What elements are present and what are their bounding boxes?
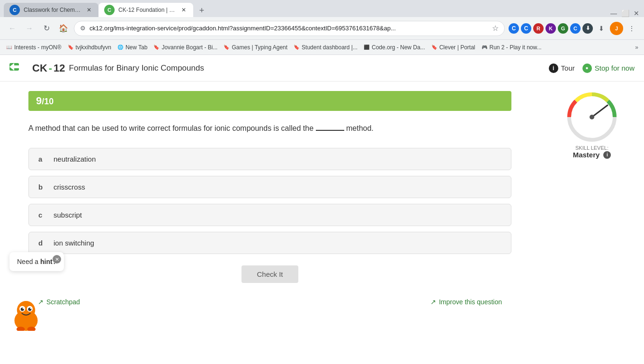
ext-chromevox-icon[interactable]: C (509, 23, 519, 34)
bookmark-student-icon: 🔖 (293, 44, 300, 51)
tab-title-ck12: CK-12 Foundation | Integration (118, 7, 176, 13)
bookmark-myon[interactable]: 📖 Interests - myON® (6, 44, 62, 51)
header-right: i Tour ■ Stop for now (549, 64, 635, 73)
toolbar-icons: C C R K G C ⬇ ⬇ J ⋮ (509, 22, 638, 35)
download-icon[interactable]: ⬇ (595, 22, 608, 35)
answer-text-c: subscript (54, 211, 82, 219)
skill-level-value: Mastery i (573, 151, 611, 159)
bookmark-typing-icon: 🔖 (223, 44, 230, 51)
skill-gauge: SKILL LEVEL: Mastery i (566, 91, 618, 159)
svg-point-13 (30, 308, 31, 309)
bookmark-clever[interactable]: 🔖 Clever | Portal (431, 44, 475, 51)
back-navigation-icon[interactable] (9, 61, 25, 75)
url-text: ck12.org/lms-integration-service/prod/gc… (89, 25, 488, 32)
ext-c2-icon[interactable]: C (521, 23, 531, 34)
hint-text: Need a hint? (17, 258, 56, 265)
minimize-button[interactable]: — (610, 9, 617, 17)
answer-letter-a: a (38, 155, 46, 163)
tab-favicon-ck12: C (104, 5, 115, 15)
bookmark-newtab[interactable]: 🌐 New Tab (117, 44, 147, 51)
home-button[interactable]: 🏠 (57, 22, 70, 35)
check-it-button[interactable]: Check It (242, 265, 298, 283)
answer-option-b[interactable]: b crisscross (28, 176, 511, 198)
bookmark-student[interactable]: 🔖 Student dashboard |... (293, 44, 358, 51)
tour-label: Tour (561, 64, 575, 72)
bookmark-myon-icon: 📖 (6, 44, 12, 51)
new-tab-button[interactable]: + (195, 4, 208, 17)
logo-dash: - (49, 62, 52, 74)
stop-button[interactable]: ■ Stop for now (582, 64, 635, 73)
bookmark-tvjk[interactable]: 🔖 tvjkxihdbufyvn (67, 44, 111, 51)
improve-question-button[interactable]: ↗ Improve this question (430, 298, 502, 306)
bookmarks-more-button[interactable]: » (635, 44, 638, 51)
gauge-svg (566, 91, 618, 143)
answer-text-d: ion switching (54, 239, 94, 247)
skill-info-icon[interactable]: i (603, 151, 611, 159)
quiz-area: 9/10 A method that can be used to write … (0, 82, 540, 347)
ext-c3-icon[interactable]: C (570, 23, 581, 34)
bookmark-jovannie[interactable]: 🔖 Jovannie Bogart - Bi... (153, 44, 217, 51)
scratchpad-label: Scratchpad (46, 298, 80, 306)
ext-read-icon[interactable]: R (533, 23, 544, 34)
question-text: A method that can be used to write corre… (28, 122, 511, 135)
answer-letter-c: c (38, 211, 46, 219)
logo-12: 12 (54, 62, 65, 74)
maximize-button[interactable]: ⬜ (621, 9, 629, 17)
stop-square-icon: ■ (582, 64, 592, 73)
mascot-svg (9, 298, 43, 331)
bookmark-jovannie-icon: 🔖 (153, 44, 160, 51)
answer-letter-d: d (38, 239, 46, 247)
answer-option-c[interactable]: c subscript (28, 204, 511, 226)
tab-close-chemistry[interactable]: ✕ (85, 6, 93, 14)
scratchpad-button[interactable]: ↗ Scratchpad (38, 298, 80, 306)
svg-line-4 (592, 105, 608, 117)
main-content: 9/10 A method that can be used to write … (0, 82, 644, 347)
improve-label: Improve this question (439, 298, 502, 306)
tour-button[interactable]: i Tour (549, 64, 575, 73)
svg-rect-2 (14, 65, 20, 68)
ext-shield-icon[interactable]: ⬇ (582, 23, 593, 34)
refresh-button[interactable]: ↻ (40, 22, 53, 35)
page-title: Formulas for Binary Ionic Compounds (69, 64, 204, 73)
hint-close-button[interactable]: ✕ (53, 255, 61, 264)
question-blank (316, 130, 344, 131)
address-bar: ← → ↻ 🏠 ⚙ ck12.org/lms-integration-servi… (0, 17, 644, 40)
menu-icon[interactable]: ⋮ (625, 22, 638, 35)
tab-chemistry[interactable]: C Classwork for Chemistry B 2024 ✕ (4, 3, 98, 17)
skill-sidebar: SKILL LEVEL: Mastery i (540, 82, 644, 347)
bottom-bar: ↗ Scratchpad ↗ Improve this question (28, 294, 511, 309)
answer-option-a[interactable]: a neutralization (28, 148, 511, 170)
answer-letter-b: b (38, 183, 46, 191)
bookmark-run2[interactable]: 🎮 Run 2 - Play it now... (481, 44, 542, 51)
forward-button[interactable]: → (23, 22, 36, 35)
bookmark-codeorg-icon: ⬛ (363, 44, 370, 51)
logo-ck: CK (32, 62, 47, 74)
answer-text-a: neutralization (54, 155, 96, 163)
bookmark-typing[interactable]: 🔖 Games | Typing Agent (223, 44, 287, 51)
tour-info-icon: i (549, 64, 558, 73)
bookmarks-bar: 📖 Interests - myON® 🔖 tvjkxihdbufyvn 🌐 N… (0, 40, 644, 55)
app-header: CK - 12 Formulas for Binary Ionic Compou… (0, 55, 644, 82)
progress-total: /10 (42, 97, 54, 106)
tab-ck12[interactable]: C CK-12 Foundation | Integration ✕ (98, 3, 193, 17)
hint-popup: ✕ Need a hint? (9, 252, 64, 271)
profile-avatar[interactable]: J (610, 22, 623, 35)
ext-g-icon[interactable]: G (558, 23, 568, 34)
close-button[interactable]: ✕ (633, 9, 640, 17)
ext-k-icon[interactable]: K (546, 23, 556, 34)
mascot-container (9, 298, 43, 333)
stop-label: Stop for now (595, 64, 635, 72)
tabs-bar: C Classwork for Chemistry B 2024 ✕ C CK-… (0, 0, 644, 17)
url-bar[interactable]: ⚙ ck12.org/lms-integration-service/prod/… (74, 21, 505, 36)
bookmark-star-icon[interactable]: ☆ (492, 24, 499, 33)
answer-option-d[interactable]: d ion switching (28, 232, 511, 254)
tab-close-ck12[interactable]: ✕ (180, 6, 188, 14)
improve-arrow-icon: ↗ (430, 298, 436, 306)
svg-point-7 (17, 301, 36, 319)
back-button[interactable]: ← (6, 22, 19, 35)
bookmark-codeorg[interactable]: ⬛ Code.org - New Da... (363, 44, 425, 51)
bookmark-clever-icon: 🔖 (431, 44, 438, 51)
tab-favicon-chemistry: C (9, 5, 20, 15)
progress-text: 9/10 (36, 97, 54, 106)
progress-bar: 9/10 (28, 91, 511, 111)
